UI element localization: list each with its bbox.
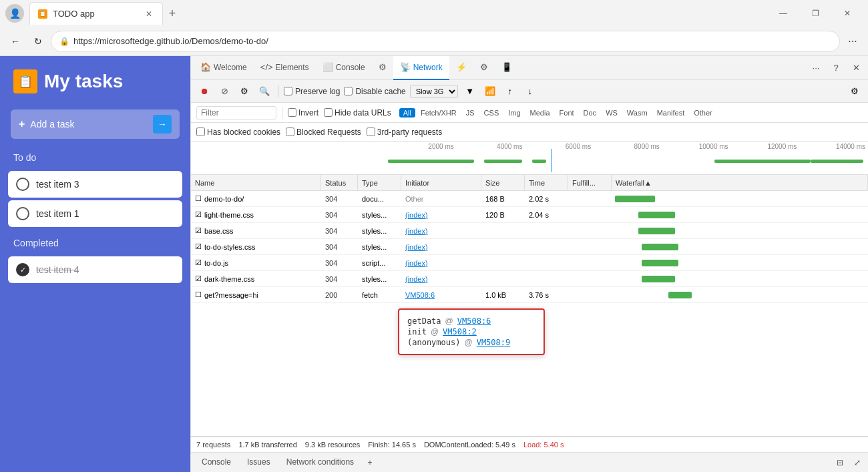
tooltip-link-2[interactable]: VM508:2 xyxy=(443,327,477,336)
devtools-panel: 🏠 Welcome </> Elements ⬜ Console ⚙ 📡 Net… xyxy=(190,56,868,472)
dock-button[interactable]: ⊟ xyxy=(832,455,848,471)
filter-type-css[interactable]: CSS xyxy=(480,108,503,117)
th-status[interactable]: Status xyxy=(321,175,358,190)
filter-type-img[interactable]: Img xyxy=(504,108,524,117)
table-row[interactable]: ☑to-do.js 304 script... (index) xyxy=(191,255,868,271)
console-icon: ⬜ xyxy=(322,62,333,72)
th-type[interactable]: Type xyxy=(358,175,401,190)
throttle-select[interactable]: Slow 3G xyxy=(410,85,458,98)
filter-type-js[interactable]: JS xyxy=(462,108,479,117)
td-waterfall-5 xyxy=(612,255,868,270)
upload-icon[interactable]: ↑ xyxy=(502,83,518,99)
throttle-dropdown-icon[interactable]: ▼ xyxy=(462,83,478,99)
tab-welcome[interactable]: 🏠 Welcome xyxy=(194,56,254,80)
search-button[interactable]: 🔍 xyxy=(256,83,272,99)
hide-data-urls-checkbox[interactable]: Hide data URLs xyxy=(324,108,391,117)
filter-toggle-button[interactable]: ⚙ xyxy=(236,83,252,99)
browser-more-button[interactable]: ··· xyxy=(843,31,863,51)
close-button[interactable]: ✕ xyxy=(832,3,863,24)
new-tab-button[interactable]: + xyxy=(163,4,182,23)
minimize-button[interactable]: — xyxy=(768,3,799,24)
blocked-requests-checkbox[interactable]: Blocked Requests xyxy=(286,128,361,137)
tab-performance[interactable]: ⚡ xyxy=(449,56,473,80)
filter-type-font[interactable]: Font xyxy=(556,108,578,117)
tooltip-link-3[interactable]: VM508:9 xyxy=(477,338,511,347)
bottom-tab-console[interactable]: Console xyxy=(194,453,239,473)
download-icon[interactable]: ↓ xyxy=(522,83,538,99)
filter-type-manifest[interactable]: Manifest xyxy=(653,108,689,117)
undock-button[interactable]: ⤢ xyxy=(849,455,865,471)
tab-sources[interactable]: ⚙ xyxy=(372,56,393,80)
preserve-log-checkbox[interactable]: Preserve log xyxy=(284,87,340,96)
tooltip-fn-2: init xyxy=(407,327,427,336)
task-item[interactable]: test item 1 xyxy=(8,200,182,227)
devtools-settings-button[interactable]: ⚙ xyxy=(847,83,863,99)
bottom-tab-issues[interactable]: Issues xyxy=(239,453,278,473)
blocked-cookies-input[interactable] xyxy=(196,128,205,136)
th-size[interactable]: Size xyxy=(481,175,525,190)
bottom-tab-add-button[interactable]: + xyxy=(362,455,378,471)
filter-type-ws[interactable]: WS xyxy=(602,108,622,117)
table-row[interactable]: ☑dark-theme.css 304 styles... (index) xyxy=(191,271,868,287)
device-icon: 📱 xyxy=(501,62,512,72)
th-fulfill[interactable]: Fulfill... xyxy=(568,175,612,190)
td-initiator-2: (index) xyxy=(401,207,481,222)
task-checkbox-1[interactable] xyxy=(16,178,29,191)
bottom-tab-network-conditions[interactable]: Network conditions xyxy=(278,453,362,473)
address-bar[interactable]: 🔒 https://microsoftedge.github.io/Demos/… xyxy=(51,31,840,52)
hide-data-urls-input[interactable] xyxy=(324,108,333,117)
th-time[interactable]: Time xyxy=(525,175,568,190)
back-button[interactable]: ← xyxy=(5,31,25,51)
profile-icon[interactable]: 👤 xyxy=(5,4,24,23)
help-button[interactable]: ? xyxy=(827,59,845,77)
clear-button[interactable]: ⊘ xyxy=(216,83,232,99)
preserve-log-input[interactable] xyxy=(284,87,292,95)
completed-task-item[interactable]: test item 4 xyxy=(8,256,182,283)
task-item[interactable]: test item 3 xyxy=(8,171,182,198)
wifi-icon[interactable]: 📶 xyxy=(482,83,498,99)
filter-type-doc[interactable]: Doc xyxy=(580,108,601,117)
filter-type-other[interactable]: Other xyxy=(690,108,716,117)
network-table[interactable]: Name Status Type Initiator Size Time Ful… xyxy=(191,175,868,436)
disable-cache-checkbox[interactable]: Disable cache xyxy=(344,87,405,96)
td-time-4 xyxy=(525,239,568,254)
tab-close-button[interactable]: ✕ xyxy=(144,9,154,19)
blocked-cookies-checkbox[interactable]: Has blocked cookies xyxy=(196,128,280,137)
tab-settings-gear[interactable]: ⚙ xyxy=(473,56,495,80)
maximize-button[interactable]: ❐ xyxy=(800,3,831,24)
close-devtools-button[interactable]: ✕ xyxy=(847,59,865,77)
task-checkbox-2[interactable] xyxy=(16,207,29,220)
blocked-requests-input[interactable] xyxy=(286,128,294,136)
filter-type-fetch-xhr[interactable]: Fetch/XHR xyxy=(417,108,461,117)
th-name[interactable]: Name xyxy=(191,175,321,190)
filter-type-all[interactable]: All xyxy=(399,108,415,117)
table-row[interactable]: ☐get?message=hi 200 fetch VM508:6 1.0 kB… xyxy=(191,287,868,303)
tl-label-6: 12000 ms xyxy=(731,143,800,150)
filter-input[interactable] xyxy=(196,106,276,120)
tab-elements[interactable]: </> Elements xyxy=(254,56,316,80)
table-row[interactable]: ☑light-theme.css 304 styles... (index) 1… xyxy=(191,207,868,223)
table-row[interactable]: ☐demo-to-do/ 304 docu... Other 168 B 2.0… xyxy=(191,191,868,207)
tab-console[interactable]: ⬜ Console xyxy=(316,56,372,80)
active-tab[interactable]: 📋 TODO app ✕ xyxy=(29,2,163,25)
invert-input[interactable] xyxy=(288,108,296,117)
table-row[interactable]: ☑base.css 304 styles... (index) xyxy=(191,223,868,239)
more-tabs-button[interactable]: ··· xyxy=(807,59,825,77)
third-party-checkbox[interactable]: 3rd-party requests xyxy=(367,128,442,137)
record-button[interactable]: ⏺ xyxy=(196,83,212,99)
invert-checkbox[interactable]: Invert xyxy=(288,108,318,117)
filter-type-wasm[interactable]: Wasm xyxy=(623,108,652,117)
blocked-cookies-label: Has blocked cookies xyxy=(207,128,280,137)
tooltip-link-1[interactable]: VM508:6 xyxy=(457,316,491,326)
table-row[interactable]: ☑to-do-styles.css 304 styles... (index) xyxy=(191,239,868,255)
third-party-input[interactable] xyxy=(367,128,375,136)
th-waterfall[interactable]: Waterfall ▲ xyxy=(612,175,868,190)
tab-network[interactable]: 📡 Network xyxy=(393,56,449,80)
refresh-button[interactable]: ↻ xyxy=(28,31,48,51)
th-initiator[interactable]: Initiator xyxy=(401,175,481,190)
disable-cache-input[interactable] xyxy=(344,87,353,95)
task-checkbox-completed[interactable] xyxy=(16,263,29,276)
add-task-button[interactable]: + Add a task → xyxy=(11,109,180,139)
tab-device[interactable]: 📱 xyxy=(495,56,519,80)
filter-type-media[interactable]: Media xyxy=(526,108,554,117)
